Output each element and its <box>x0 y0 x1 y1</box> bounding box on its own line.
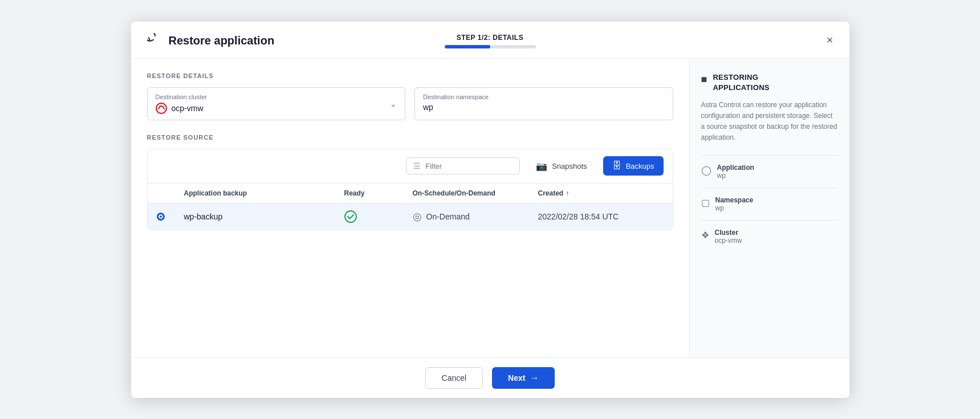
cancel-button[interactable]: Cancel <box>425 367 483 389</box>
row-backup-name: wp-backup <box>184 212 344 221</box>
on-demand-icon: ◎ <box>413 210 422 223</box>
modal-body: RESTORE DETAILS Destination cluster <box>131 59 849 357</box>
sidebar-cluster-value: ocp-vmw <box>715 237 742 245</box>
sidebar-namespace-row: ▢ Namespace wp <box>701 196 838 212</box>
sidebar-application-row: ◯ Application wp <box>701 164 838 180</box>
backups-tab-label: Backups <box>626 162 654 170</box>
sidebar-application-value: wp <box>717 172 754 180</box>
restore-source-title: RESTORE SOURCE <box>147 134 673 141</box>
sidebar-divider-2 <box>701 188 838 188</box>
col-select <box>157 189 184 197</box>
application-icon: ◯ <box>701 165 711 176</box>
created-date: 2022/02/28 18:54 UTC <box>538 212 664 221</box>
svg-point-1 <box>345 211 356 222</box>
namespace-icon: ▢ <box>701 197 710 208</box>
modal-header: Restore application STEP 1/2: DETAILS × <box>131 22 849 59</box>
col-created-label: Created <box>538 189 564 197</box>
cluster-icon: ❖ <box>701 230 709 241</box>
source-toolbar: ☰ 📷 Snapshots 🗄 Backups <box>148 149 673 184</box>
main-content: RESTORE DETAILS Destination cluster <box>131 59 690 357</box>
on-demand-label: On-Demand <box>426 212 470 221</box>
next-label: Next <box>508 373 525 383</box>
destination-namespace-label: Destination namespace <box>423 93 665 100</box>
sort-icon: ↑ <box>566 189 569 197</box>
restore-icon <box>147 33 163 49</box>
table-header: Application backup Ready On-Schedule/On-… <box>148 184 673 204</box>
destination-namespace-field[interactable]: Destination namespace wp <box>414 87 673 120</box>
progress-bar-fill <box>445 45 490 48</box>
col-ready: Ready <box>344 189 413 197</box>
sidebar-cluster-row: ❖ Cluster ocp-vmw <box>701 229 838 245</box>
snapshots-tab-icon: 📷 <box>536 161 547 172</box>
table-row[interactable]: wp-backup ◎ On-Demand 2022/02/28 18:54 U… <box>148 204 673 230</box>
cluster-value-text: ocp-vmw <box>172 104 204 113</box>
col-created: Created ↑ <box>538 189 664 197</box>
step-label: STEP 1/2: DETAILS <box>457 34 523 42</box>
sidebar-cluster-label: Cluster <box>715 229 742 237</box>
destination-row: Destination cluster ocp-vmw <box>147 87 673 120</box>
sidebar-description: Astra Control can restore your applicati… <box>701 100 838 144</box>
sidebar-namespace-info: Namespace wp <box>715 196 754 212</box>
header-left: Restore application <box>147 33 275 49</box>
modal: Restore application STEP 1/2: DETAILS × … <box>131 22 849 398</box>
restore-details-section: RESTORE DETAILS Destination cluster <box>147 72 673 120</box>
next-button[interactable]: Next → <box>492 367 555 389</box>
restore-details-title: RESTORE DETAILS <box>147 72 673 79</box>
destination-cluster-content: Destination cluster ocp-vmw <box>156 93 208 114</box>
row-radio <box>157 213 184 221</box>
sidebar-namespace-label: Namespace <box>715 196 754 204</box>
backups-tab-icon: 🗄 <box>612 161 621 171</box>
destination-cluster-field[interactable]: Destination cluster ocp-vmw <box>147 87 406 120</box>
sidebar-application-info: Application wp <box>717 164 754 180</box>
sidebar-cluster-info: Cluster ocp-vmw <box>715 229 742 245</box>
col-schedule: On-Schedule/On-Demand <box>413 189 538 197</box>
destination-namespace-value: wp <box>423 103 665 112</box>
restore-source-section: RESTORE SOURCE ☰ 📷 Snapshots 🗄 <box>147 134 673 230</box>
filter-input[interactable] <box>425 162 513 170</box>
sidebar-restore-icon: ■ <box>701 74 707 86</box>
close-button[interactable]: × <box>824 32 836 48</box>
step-indicator: STEP 1/2: DETAILS <box>445 34 536 48</box>
sidebar-title: RESTORINGAPPLICATIONS <box>713 72 769 93</box>
col-backup: Application backup <box>184 189 344 197</box>
backups-tab[interactable]: 🗄 Backups <box>603 156 664 176</box>
progress-bar <box>445 45 536 48</box>
dropdown-arrow-icon: ⌄ <box>390 99 397 108</box>
snapshots-tab[interactable]: 📷 Snapshots <box>527 156 596 176</box>
filter-icon: ☰ <box>413 161 421 170</box>
on-demand-cell: ◎ On-Demand <box>413 210 538 223</box>
sidebar-divider-3 <box>701 220 838 221</box>
svg-point-0 <box>156 103 166 113</box>
sidebar: ■ RESTORINGAPPLICATIONS Astra Control ca… <box>690 59 849 357</box>
sidebar-divider <box>701 155 838 156</box>
modal-footer: Cancel Next → <box>131 357 849 398</box>
next-arrow-icon: → <box>530 373 539 383</box>
modal-title: Restore application <box>169 34 275 47</box>
sidebar-title-row: ■ RESTORINGAPPLICATIONS <box>701 72 838 93</box>
sidebar-application-label: Application <box>717 164 754 172</box>
namespace-value-text: wp <box>423 103 433 112</box>
destination-cluster-label: Destination cluster <box>156 93 208 100</box>
source-box: ☰ 📷 Snapshots 🗄 Backups <box>147 149 673 230</box>
sidebar-namespace-value: wp <box>715 204 754 212</box>
ready-check-icon <box>344 210 413 223</box>
filter-input-wrap[interactable]: ☰ <box>406 157 520 174</box>
snapshots-tab-label: Snapshots <box>552 162 587 170</box>
ocp-icon <box>156 103 167 114</box>
destination-cluster-value: ocp-vmw <box>156 103 208 114</box>
